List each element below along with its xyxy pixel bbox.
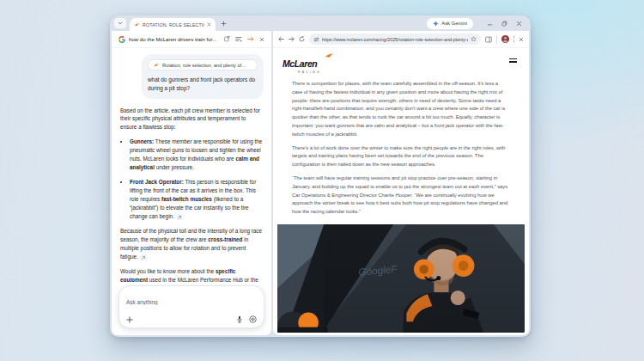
response-bullets: Gunners: These member are responsible fo… (120, 138, 264, 221)
racing-subtitle: RACING (298, 70, 336, 74)
close-icon (259, 37, 264, 42)
browser-toolbar: https://www.mclaren.com/racing/2025/rota… (273, 31, 529, 48)
chat-transcript: Rotation, role selection, and plenty of.… (112, 48, 271, 282)
plus-icon (126, 316, 133, 323)
chip-label: Rotation, role selection, and plenty of.… (162, 63, 246, 68)
split-view: how do the McLaren drivers train for... (110, 31, 531, 337)
mclaren-wordmark: McLaren (283, 58, 317, 69)
gemini-response: Based on the article, each pit crew memb… (120, 107, 264, 283)
response-followup: Would you like to know more about the sp… (120, 267, 264, 282)
back-arrow-icon (278, 36, 284, 42)
star-icon (471, 36, 477, 42)
chevron-down-icon (118, 21, 123, 26)
close-icon (519, 37, 524, 42)
side-panel-toggle-button[interactable] (485, 36, 492, 43)
tab-strip: ROTATION, ROLE SELECTIO... Ask Gemini (110, 15, 531, 31)
mclaren-logo[interactable]: McLaren RACING (283, 55, 336, 74)
reload-icon (299, 36, 305, 42)
minimize-icon (487, 21, 493, 27)
window-controls (487, 21, 522, 27)
user-message-bubble: Rotation, role selection, and plenty of.… (142, 54, 264, 99)
conversation-title: how do the McLaren drivers train for... (129, 36, 221, 42)
history-button[interactable] (235, 36, 242, 42)
close-side-panel-button[interactable] (259, 37, 264, 42)
user-question: what do gunners and front jack operators… (148, 76, 258, 94)
close-icon (207, 22, 211, 27)
tab-close-button[interactable] (207, 22, 211, 27)
bookmark-button[interactable] (471, 36, 477, 42)
open-in-gemini-arrow-icon (247, 36, 254, 42)
input-actions (126, 315, 257, 323)
tab-rotation-role-selection[interactable]: ROTATION, ROLE SELECTIO... (130, 18, 216, 31)
forward-button[interactable] (289, 36, 295, 42)
gemini-sparkle-icon (433, 21, 439, 27)
chat-input[interactable] (126, 299, 257, 305)
article-paragraph: “The team will have regular training ses… (292, 174, 509, 217)
reload-button[interactable] (299, 36, 305, 42)
article-paragraph: There's a lot of work done over the wint… (292, 144, 509, 169)
site-settings-tune-icon (313, 37, 319, 42)
web-pane: https://www.mclaren.com/racing/2025/rota… (273, 31, 529, 335)
side-panel-actions (224, 36, 264, 42)
restore-button[interactable] (501, 21, 507, 27)
response-intro: Based on the article, each pit crew memb… (120, 107, 264, 132)
bullet-front-jack: Front Jack Operator: This person is resp… (130, 178, 264, 221)
tab-search-button[interactable] (114, 18, 126, 28)
ask-gemini-label: Ask Gemini (441, 21, 467, 26)
article-paragraph: There is competition for places, with th… (292, 80, 509, 139)
article-photo: GoogleF (277, 224, 525, 333)
open-in-gemini-button[interactable] (247, 36, 254, 42)
mclaren-article-page: McLaren RACING There is competition for … (273, 48, 529, 335)
menu-button[interactable] (509, 58, 517, 63)
pane-menu-button[interactable] (513, 36, 514, 41)
source-link-icon[interactable] (141, 254, 147, 260)
profile-avatar[interactable] (501, 35, 509, 43)
close-window-button[interactable] (516, 21, 522, 27)
pit-crew-photo-illustration: GoogleF (277, 224, 525, 333)
source-link-icon[interactable] (177, 214, 183, 220)
close-pane-button[interactable] (519, 37, 524, 42)
mclaren-favicon (134, 22, 140, 28)
site-header: McLaren RACING (273, 48, 529, 76)
restore-icon (501, 21, 507, 27)
voice-waveform-icon (249, 315, 257, 323)
url-text: https://www.mclaren.com/racing/2025/rota… (322, 37, 468, 42)
desktop: ROTATION, ROLE SELECTIO... Ask Gemini (0, 0, 644, 361)
new-chat-icon (224, 36, 230, 42)
address-bar[interactable]: https://www.mclaren.com/racing/2025/rota… (309, 34, 481, 45)
mclaren-favicon (153, 63, 160, 68)
person-icon (501, 35, 509, 43)
ask-gemini-button[interactable]: Ask Gemini (427, 18, 473, 29)
forward-arrow-icon (289, 36, 295, 42)
history-icon (235, 36, 242, 42)
side-panel-icon (485, 36, 492, 43)
gemini-live-button[interactable] (249, 315, 257, 323)
mclaren-speedmark-icon (325, 53, 334, 58)
microphone-icon (236, 315, 243, 323)
page-context-chip[interactable]: Rotation, role selection, and plenty of.… (148, 59, 258, 70)
article-body: There is competition for places, with th… (273, 76, 529, 222)
bullet-gunners: Gunners: These member are responsible fo… (130, 138, 264, 172)
browser-window: ROTATION, ROLE SELECTIO... Ask Gemini (110, 15, 531, 337)
close-icon (516, 21, 522, 27)
google-g-icon (118, 36, 125, 43)
tab-title: ROTATION, ROLE SELECTIO... (143, 22, 204, 28)
input-right-actions (236, 315, 257, 323)
gemini-side-panel: how do the McLaren drivers train for... (112, 31, 271, 335)
minimize-button[interactable] (487, 21, 493, 27)
back-button[interactable] (278, 36, 284, 42)
plus-icon (221, 21, 227, 27)
add-attachment-button[interactable] (126, 316, 133, 323)
response-fatigue: Because of the physical toll and the int… (120, 227, 264, 261)
new-chat-button[interactable] (224, 36, 230, 42)
side-panel-header: how do the McLaren drivers train for... (112, 31, 271, 48)
mic-button[interactable] (236, 315, 243, 323)
new-tab-button[interactable] (221, 21, 227, 27)
toolbar-divider (496, 35, 497, 44)
chat-input-box[interactable] (118, 285, 264, 328)
